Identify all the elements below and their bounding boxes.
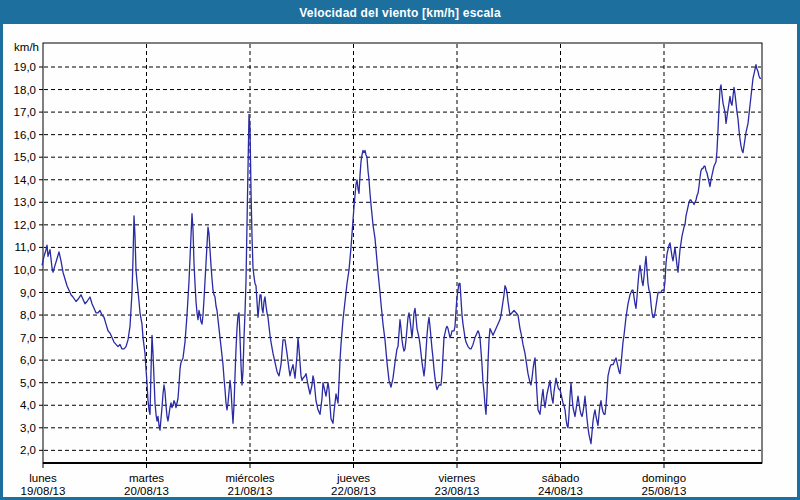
y-axis-tick-label: 5,0: [20, 377, 36, 389]
y-axis-tick-label: 4,0: [20, 399, 36, 411]
y-axis-tick-label: 18,0: [14, 84, 36, 96]
y-axis-tick-label: 7,0: [20, 332, 36, 344]
x-axis-date-label: 22/08/13: [331, 485, 376, 497]
x-axis-day-label: domingo: [642, 472, 686, 484]
x-axis-day-label: viernes: [438, 472, 475, 484]
y-axis-tick-label: 10,0: [14, 264, 36, 276]
y-axis-tick-label: 17,0: [14, 106, 36, 118]
y-axis-tick-label: 12,0: [14, 219, 36, 231]
x-axis-day-label: miércoles: [225, 472, 274, 484]
x-axis-day-label: sábado: [542, 472, 580, 484]
y-axis-tick-label: 16,0: [14, 129, 36, 141]
wind-speed-chart: 19,018,017,016,015,014,013,012,011,010,0…: [3, 3, 800, 500]
x-axis-date-label: 19/08/13: [21, 485, 66, 497]
x-axis-day-label: lunes: [29, 472, 57, 484]
y-axis-tick-label: 2,0: [20, 444, 36, 456]
x-axis-date-label: 20/08/13: [124, 485, 169, 497]
x-axis-date-label: 23/08/13: [435, 485, 480, 497]
y-axis-tick-label: 9,0: [20, 287, 36, 299]
x-axis-date-label: 24/08/13: [538, 485, 583, 497]
y-axis-tick-label: 14,0: [14, 174, 36, 186]
chart-window: Velocidad del viento [km/h] escala 19,01…: [0, 0, 800, 500]
y-axis-tick-label: 3,0: [20, 422, 36, 434]
x-axis-date-label: 21/08/13: [228, 485, 273, 497]
x-axis-date-label: 25/08/13: [642, 485, 687, 497]
wind-speed-series-line: [42, 65, 761, 444]
x-axis-day-label: martes: [129, 472, 164, 484]
y-axis-tick-label: 13,0: [14, 196, 36, 208]
y-axis-tick-label: 15,0: [14, 151, 36, 163]
x-axis-day-label: jueves: [336, 472, 370, 484]
y-axis-tick-label: 6,0: [20, 354, 36, 366]
y-axis-unit-label: km/h: [14, 41, 39, 53]
y-axis-tick-label: 8,0: [20, 309, 36, 321]
y-axis-tick-label: 11,0: [14, 241, 36, 253]
y-axis-tick-label: 19,0: [14, 61, 36, 73]
